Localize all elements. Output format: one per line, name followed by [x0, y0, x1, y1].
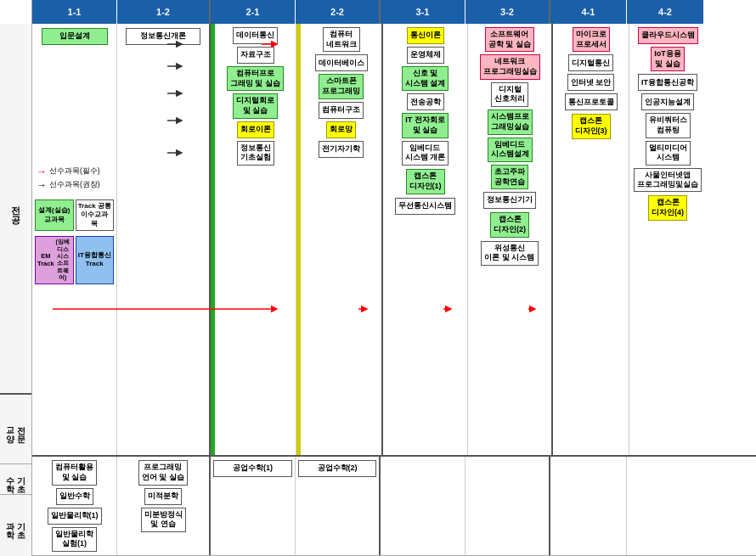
box-wireless-comm: 무선통신시스템: [395, 198, 455, 215]
box-calculus: 미적분학: [144, 488, 182, 505]
box-jeongtongsinkigi: 정보통신기기: [483, 192, 536, 209]
sidebar-gichogwahak: 기초 과학: [0, 495, 31, 556]
box-multimedia: 멀티미디어 시스템: [646, 141, 691, 166]
col-1-1: 입문설계 → 선수과목(필수) → 선수과목(권장): [32, 24, 117, 455]
box-database: 데이터베이스: [315, 54, 368, 71]
box-capstone4: 캡스톤 디자인(4): [648, 195, 687, 220]
box-track-gongtu: Track 공통이수교과목: [76, 199, 115, 231]
track-labels-row: 설계(실습)교과목 Track 공통이수교과목: [35, 198, 114, 233]
legend-recommended: 선수과목(권장): [49, 180, 100, 190]
header-col42: 4-2: [627, 0, 703, 24]
box-iot-app: IoT응용 및 실습: [651, 47, 685, 71]
box-jeong-gichosil: 정보통신 기초실험: [237, 141, 274, 166]
box-ai-design: 인공지능설계: [641, 93, 694, 110]
box-computer-prog: 컴퓨터프로 그래밍 및 실습: [227, 66, 284, 91]
box-data-tongsin: 데이터통신: [233, 27, 278, 44]
box-jeongijakiha: 전기자기학: [319, 141, 364, 158]
box-capstone2: 캡스톤 디자인(2): [490, 212, 529, 237]
col-2-2: 컴퓨터 네트워크 데이터베이스 스마트폰 프로그래밍 컴퓨터구조 회로망 전기자…: [301, 24, 381, 455]
col-b-12: 프로그래밍 언어 및 실습 미적분학 미분방정식 및 연습: [117, 457, 211, 555]
header-col32: 3-2: [465, 0, 550, 24]
box-computer-gujo: 컴퓨터구조: [319, 102, 364, 119]
sidebar-jeonmun: 전문 교양: [0, 395, 31, 464]
col-b-21: 공업수학(1): [211, 457, 296, 555]
box-software-engineering: 소프트웨어 공학 및 실습: [485, 27, 534, 52]
col-3-2: 소프트웨어 공학 및 실습 네트워크 프로그래밍실습 디지털 신호처리 시스템프…: [468, 24, 553, 455]
box-physics-lab1: 일반물리학 실험(1): [52, 527, 97, 552]
col-1-2: 정보통신개론: [117, 24, 211, 455]
box-hoelroilon: 회로이론: [237, 121, 274, 138]
box-embedded-system-design: 임베디드 시스템설계: [488, 138, 533, 162]
box-micro-processor: 마이크로 프로세서: [573, 27, 610, 52]
box-satellite-comm: 위성통신 이론 및 시스템: [481, 241, 538, 266]
col-4-1: 마이크로 프로세서 디지털통신 인터넷 보안 통신프로토콜 캡스톤 디자인(3): [553, 24, 629, 455]
box-singho-system: 신호 및 시스템 설계: [402, 66, 449, 91]
box-smartphone-prog: 스마트폰 프로그래밍: [319, 74, 364, 98]
box-diff-eq: 미분방정식 및 연습: [141, 508, 186, 532]
legend-area: → 선수과목(필수) → 선수과목(권장): [35, 164, 114, 193]
box-em-track: EM Track(임베디스시스 소프트웨어): [35, 236, 74, 284]
box-jeongtongsin-gaelon: 정보통신개론: [126, 28, 200, 45]
box-ubiquitous: 유비쿼터스 컴퓨팅: [646, 113, 691, 138]
box-cloud-system: 클라우드시스템: [638, 27, 698, 44]
box-eng-math2: 공업수학(2): [298, 460, 376, 477]
col-b-11: 컴퓨터활용 및 실습 일반수학 일반물리학(1) 일반물리학 실험(1): [32, 457, 117, 555]
box-eng-math1: 공업수학(1): [213, 460, 292, 477]
box-seolge-silseup: 설계(실습)교과목: [35, 199, 74, 231]
col-4-2: 클라우드시스템 IoT응용 및 실습 IT융합통신공학 인공지능설계 유비쿼터스…: [629, 24, 706, 455]
box-it-electrohoelro: IT 전자회로 및 실습: [402, 113, 449, 138]
box-general-physics1: 일반물리학(1): [48, 508, 102, 525]
header-col41: 4-1: [550, 0, 627, 24]
col-2-1: 데이터통신 자료구조 컴퓨터프로 그래밍 및 실습 디지털회로 및 실습 회로이…: [215, 24, 296, 455]
box-network-prog: 네트워크 프로그래밍실습: [480, 54, 540, 79]
box-digital-comm: 디지털통신: [568, 54, 613, 71]
header-col12: 1-2: [117, 0, 211, 24]
box-embedded-system-gaelon: 임베디드 시스템 개론: [402, 141, 449, 166]
box-digital-signal: 디지털 신호처리: [491, 82, 528, 107]
box-hoelromang: 회로망: [326, 121, 356, 138]
box-jaryogujoa: 자료구조: [237, 47, 274, 64]
box-jeonsonggong: 전송공학: [407, 93, 444, 110]
box-ipmunseolje: 입문설계: [42, 28, 108, 45]
box-tongsin-iron: 통신이론: [407, 27, 444, 44]
sidebar-jeonggong: 전공: [0, 24, 31, 395]
box-internet-security: 인터넷 보안: [567, 74, 615, 91]
box-general-math: 일반수학: [56, 488, 93, 505]
box-it-track: IT융합통신Track: [76, 236, 115, 284]
col-3-1: 통신이론 운영체제 신호 및 시스템 설계 전송공학 IT 전자회로 및 실습 …: [383, 24, 468, 455]
box-chogojupa: 초고주파 공학연습: [491, 165, 528, 189]
track-types-row: EM Track(임베디스시스 소프트웨어) IT융합통신Track: [35, 234, 114, 285]
sidebar-gichosuhak: 기초 수학: [0, 464, 31, 495]
box-capstone1: 캡스톤 디자인(1): [406, 169, 445, 194]
col-2-1-group: 데이터통신 자료구조 컴퓨터프로 그래밍 및 실습 디지털회로 및 실습 회로이…: [211, 24, 296, 455]
header-col31: 3-1: [381, 0, 465, 24]
box-computer-use: 컴퓨터활용 및 실습: [52, 460, 97, 485]
box-iot-prog: 사물인터넷앱 프로그래밍및실습: [634, 168, 702, 192]
header-col22: 2-2: [296, 0, 381, 24]
header-col21: 2-1: [211, 0, 296, 24]
box-digital-hoelro: 디지털회로 및 실습: [233, 93, 278, 118]
box-capstone3: 캡스톤 디자인(3): [572, 114, 611, 138]
col-b-22: 공업수학(2): [296, 457, 381, 555]
col-2-2-group: 컴퓨터 네트워크 데이터베이스 스마트폰 프로그래밍 컴퓨터구조 회로망 전기자…: [296, 24, 383, 455]
box-comm-protocol: 통신프로토콜: [565, 93, 618, 110]
box-prog-language: 프로그래밍 언어 및 실습: [138, 460, 188, 485]
header-col11: 1-1: [32, 0, 117, 24]
box-unyeongcheje: 운영체제: [407, 47, 444, 64]
legend-required: 선수과목(필수): [49, 166, 100, 177]
box-it-convergence: IT융합통신공학: [638, 74, 697, 91]
box-system-prog: 시스템프로 그래밍실습: [488, 110, 533, 134]
box-computer-network: 컴퓨터 네트워크: [323, 27, 360, 52]
